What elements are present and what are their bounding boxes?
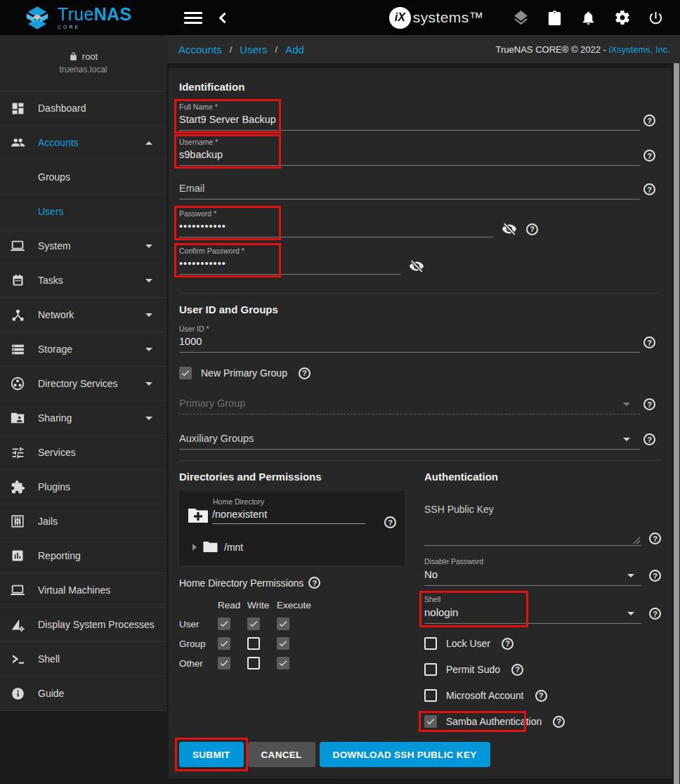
resize-grip-icon[interactable] — [633, 537, 640, 544]
sidebar-item-jails[interactable]: Jails — [0, 504, 166, 539]
help-icon[interactable] — [649, 570, 661, 582]
perm-user-write-checkbox[interactable] — [247, 618, 260, 630]
sidebar-item-virtual-machines[interactable]: Virtual Machines — [0, 573, 166, 608]
auxiliary-groups-select[interactable]: Auxiliary Groups — [179, 433, 640, 450]
sidebar-item-shell[interactable]: Shell — [0, 642, 166, 677]
truenas-logo[interactable]: TrueNAS CORE — [24, 6, 167, 30]
home-directory-label: Home Directory — [213, 497, 398, 506]
new-primary-group-checkbox[interactable] — [179, 367, 192, 379]
breadcrumb-accounts[interactable]: Accounts — [178, 44, 222, 55]
sidebar-item-guide[interactable]: Guide — [0, 677, 166, 711]
copyright-text: TrueNAS CORE® © 2022 - iXsystems, Inc. — [496, 44, 670, 55]
shell-field: Shell nologin — [424, 595, 661, 624]
sidebar-item-network[interactable]: Network — [0, 298, 166, 332]
network-icon — [9, 308, 26, 322]
breadcrumb-add[interactable]: Add — [285, 44, 304, 55]
perm-user-read-checkbox[interactable] — [218, 618, 230, 630]
perm-other-execute-checkbox[interactable] — [277, 657, 289, 669]
help-icon[interactable] — [511, 664, 523, 676]
power-icon[interactable] — [647, 9, 665, 27]
section-title: Directories and Permissions — [179, 471, 404, 483]
sidebar-item-display-system-processes[interactable]: Display System Processes — [0, 608, 166, 642]
full-name-input[interactable]: Start9 Server Backup — [179, 114, 640, 131]
ssh-public-key-label: SSH Public Key — [424, 504, 661, 515]
username-input[interactable]: s9backup — [179, 149, 640, 166]
sidebar-item-system[interactable]: System — [0, 229, 166, 263]
ixsystems-logo[interactable]: iX systems™ — [389, 7, 484, 29]
help-icon[interactable] — [643, 115, 655, 126]
sidebar-item-storage[interactable]: Storage — [0, 332, 166, 367]
password-input[interactable]: ••••••••••• — [179, 221, 493, 237]
help-icon[interactable] — [643, 337, 655, 348]
sidebar-item-accounts[interactable]: Accounts — [0, 126, 166, 160]
download-ssh-public-key-button[interactable]: DOWNLOAD SSH PUBLIC KEY — [320, 742, 490, 767]
sidebar-item-reporting[interactable]: Reporting — [0, 539, 166, 573]
sidebar-item-groups[interactable]: Groups — [0, 160, 166, 195]
permit-sudo-checkbox[interactable] — [424, 663, 437, 676]
sidebar-item-dashboard[interactable]: Dashboard — [0, 91, 166, 126]
help-icon[interactable] — [384, 516, 396, 528]
samba-authentication-checkbox[interactable] — [424, 715, 437, 728]
tree-node-mnt[interactable]: /mnt — [192, 541, 398, 553]
help-icon[interactable] — [649, 533, 661, 544]
settings-gear-icon[interactable] — [613, 9, 631, 27]
home-directory-permissions-label: Home Directory Permissions — [179, 577, 404, 589]
eye-off-icon[interactable] — [409, 259, 424, 274]
chevron-down-icon — [623, 403, 630, 406]
perm-group-write-checkbox[interactable] — [247, 637, 260, 650]
help-icon[interactable] — [643, 183, 655, 195]
ssh-public-key-textarea[interactable] — [424, 518, 641, 546]
sidebar-item-users[interactable]: Users — [0, 195, 166, 229]
shell-label: Shell — [424, 595, 661, 603]
confirm-password-input[interactable]: ••••••••••• — [179, 258, 400, 275]
perm-group-read-checkbox[interactable] — [218, 637, 230, 650]
submit-button[interactable]: SUBMIT — [179, 742, 244, 767]
help-icon[interactable] — [649, 608, 661, 620]
breadcrumb-users[interactable]: Users — [240, 44, 267, 55]
email-input[interactable]: Email — [179, 183, 640, 200]
primary-group-select[interactable]: Primary Group — [179, 398, 640, 414]
new-primary-group-label: New Primary Group — [201, 367, 287, 379]
microsoft-account-row: Microsoft Account — [424, 689, 661, 702]
shell-select[interactable]: nologin — [424, 606, 641, 624]
help-icon[interactable] — [553, 716, 565, 728]
menu-icon[interactable] — [184, 11, 202, 25]
lock-user-checkbox[interactable] — [424, 637, 437, 650]
truecommand-layers-icon[interactable] — [512, 9, 530, 27]
chevron-left-icon[interactable] — [219, 12, 230, 23]
directories-column: Directories and Permissions Home Directo… — [179, 471, 404, 728]
help-icon[interactable] — [308, 577, 320, 589]
folder-add-icon[interactable] — [188, 507, 209, 524]
hostname: truenas.local — [59, 65, 107, 74]
changelog-clipboard-icon[interactable] — [546, 9, 563, 27]
cancel-button[interactable]: CANCEL — [248, 742, 315, 767]
perm-other-read-checkbox[interactable] — [218, 657, 230, 669]
help-icon[interactable] — [643, 398, 655, 410]
perm-other-write-checkbox[interactable] — [247, 657, 260, 669]
ixsystems-link[interactable]: iXsystems, Inc. — [609, 44, 670, 55]
user-id-input[interactable]: 1000 — [179, 336, 640, 353]
help-icon[interactable] — [643, 433, 655, 445]
help-icon[interactable] — [643, 150, 655, 162]
disable-password-select[interactable]: No — [424, 568, 641, 586]
eye-off-icon[interactable] — [502, 221, 517, 237]
notifications-bell-icon[interactable] — [580, 9, 597, 27]
confirm-password-label: Confirm Password * — [179, 247, 661, 255]
sidebar-item-directory-services[interactable]: Directory Services — [0, 367, 166, 401]
sidebar-item-services[interactable]: Services — [0, 436, 166, 470]
microsoft-account-checkbox[interactable] — [424, 689, 437, 702]
sidebar-item-tasks[interactable]: Tasks — [0, 263, 166, 298]
sidebar-item-sharing[interactable]: Sharing — [0, 401, 166, 436]
username-label: Username * — [179, 138, 661, 146]
virtual-machines-icon — [9, 582, 26, 598]
help-icon[interactable] — [535, 690, 547, 702]
help-icon[interactable] — [299, 367, 310, 379]
sidebar-item-plugins[interactable]: Plugins — [0, 470, 166, 504]
perm-user-execute-checkbox[interactable] — [277, 618, 289, 630]
help-icon[interactable] — [502, 638, 514, 650]
perm-group-execute-checkbox[interactable] — [277, 637, 289, 650]
home-directory-input[interactable]: /nonexistent — [212, 509, 365, 524]
vertical-scrollbar[interactable] — [674, 63, 679, 784]
tree-expand-icon[interactable] — [192, 544, 197, 551]
help-icon[interactable] — [526, 223, 538, 235]
